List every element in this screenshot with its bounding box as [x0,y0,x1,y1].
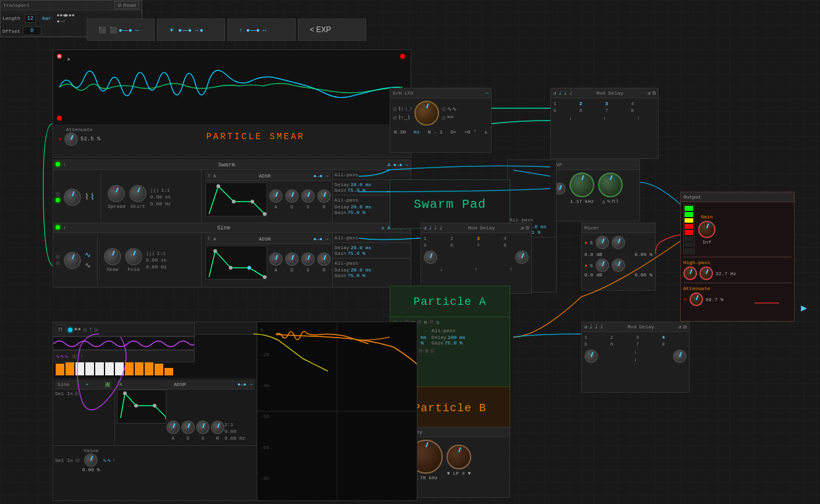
md2-knob-1[interactable] [424,250,437,264]
value-knob[interactable] [84,453,98,467]
skew-knob[interactable] [104,248,121,265]
md3-knob-2[interactable] [673,349,686,363]
seq-s-k[interactable] [196,421,210,434]
highpass-q-knob[interactable] [699,267,713,280]
sh-lfo-knob[interactable] [414,101,439,126]
sine-adsr-display[interactable] [205,246,267,280]
note-icon-4: ♩ [429,224,432,231]
fold-knob[interactable] [125,248,142,265]
r-knob[interactable] [317,189,331,203]
highpass-knob[interactable] [683,267,697,280]
d-knob[interactable] [285,189,299,203]
sk-res-knob[interactable] [446,445,471,469]
tape-icon: ⊡ [652,90,656,96]
sine-d-knob[interactable] [285,252,299,266]
refresh-icon-3: ↺ [584,324,587,330]
adsr-curve-display[interactable] [205,182,267,216]
offset-input[interactable]: 0 [23,27,41,35]
mixer-knob-3[interactable] [596,258,609,272]
toolbar-btn-exp-label: < EXP [310,25,331,34]
seq-adsr-display[interactable] [117,390,166,424]
attenuate-label: Attenuate [66,127,93,132]
mixer-row-1: ● S [584,236,652,249]
num-7[interactable]: 7 [605,108,630,113]
wave-icon-1: ∿∿ [103,458,111,463]
md2-num-4[interactable]: 4 [503,236,529,241]
s-knob[interactable] [301,189,315,203]
svg-point-5 [67,58,70,61]
scope-svg: 0 -20 -40 -50 -60 -80 [257,322,417,500]
md2-num-3[interactable]: 3 [477,236,502,241]
adsr-title: ADSR [259,173,271,179]
gain-knob[interactable] [698,221,715,238]
scope-display[interactable]: 0 -20 -40 -50 -60 -80 [257,322,417,500]
md2-num-1[interactable]: 1 [424,236,449,241]
swarm-st: 0.00 st [150,194,171,200]
mod-delay-3-title: Mod Delay [628,324,654,330]
md2-num-8[interactable]: 8 [503,242,529,248]
swarm-main-knob[interactable] [64,189,81,206]
md3-num-5[interactable]: 5 [584,341,609,347]
md2-knob-2[interactable] [515,250,529,264]
sine-d-knob-group: D [285,252,299,273]
vu-meter [683,205,694,254]
x-icon-2: ✕ [683,296,687,303]
waveform-display[interactable] [53,50,411,124]
mixer-knob-4[interactable] [612,258,625,272]
length-input[interactable]: 12 [25,14,36,23]
sh-hz-val: 0.30 [394,129,406,135]
swarm-led-1 [56,192,60,196]
attenuate-ctrl: Attenuate ✕ 52.5 % [58,127,100,146]
num-3[interactable]: 3 [605,101,630,106]
mixer-knob-2[interactable] [612,236,625,249]
mixer-header: Mixer [582,223,655,233]
arrow-up-icon: ↑ [603,116,606,121]
md2-num-5[interactable]: 5 [424,242,449,248]
num-2[interactable]: 2 [579,101,604,106]
md3-num-6[interactable]: 6 [610,341,635,347]
md3-num-8[interactable]: 8 [662,341,686,347]
md3-knob-1[interactable] [584,349,598,363]
skirt-knob[interactable] [129,185,147,202]
svg-point-2 [400,54,405,59]
atten-knob[interactable] [690,293,703,306]
sine-led-1 [56,255,60,259]
md3-num-3[interactable]: 3 [636,335,661,340]
num-1[interactable]: 1 [553,101,578,106]
md2-num-6[interactable]: 6 [450,242,476,248]
output-indicator: ▶ [792,302,816,314]
toolbar-btn-1[interactable]: ⬛ ⬛ ●—● ↔ [87,19,155,41]
wave-icon-2: ↑ [113,458,116,463]
toolbar-btn-3[interactable]: ↑ ●—● ↔ [228,19,296,41]
seq-d-k[interactable] [181,421,195,434]
a-knob[interactable] [269,189,283,203]
sine-r-knob[interactable] [317,252,331,266]
transport-reset-btn[interactable]: ⊘ Reset [114,1,139,9]
md3-num-7[interactable]: 7 [636,341,661,347]
sine-s-knob[interactable] [301,252,315,266]
md2-num-2[interactable]: 2 [450,236,476,241]
attenuate-knob[interactable] [64,132,78,146]
seq-bar-11 [155,364,163,375]
md3-num-1[interactable]: 1 [584,335,609,340]
toolbar-btn-2[interactable]: ☀ ●—● →● [157,19,225,41]
num-6[interactable]: 6 [579,108,604,113]
md2-num-7[interactable]: 7 [477,242,502,248]
seq-r-knob: R [211,421,224,441]
sine-a-knob[interactable] [269,252,283,266]
attenuate-row: Attenuate [683,286,792,291]
num-4[interactable]: 4 [631,101,656,106]
svf-res-knob[interactable] [598,173,623,197]
spread-knob[interactable] [108,185,125,202]
md3-num-4[interactable]: 4 [662,335,686,340]
sh-lfo-icon: ↔ [485,90,489,96]
seq-r-k[interactable] [211,421,224,434]
num-5[interactable]: 5 [553,108,578,113]
seq-a-k[interactable] [166,421,180,434]
toolbar-btn-exp[interactable]: < EXP [298,19,366,41]
sine-main-knob[interactable] [64,252,81,269]
md3-num-2[interactable]: 2 [610,335,635,340]
mixer-knob-1[interactable] [596,236,609,249]
svf-freq-knob[interactable] [570,173,594,197]
num-8[interactable]: 8 [631,108,656,113]
